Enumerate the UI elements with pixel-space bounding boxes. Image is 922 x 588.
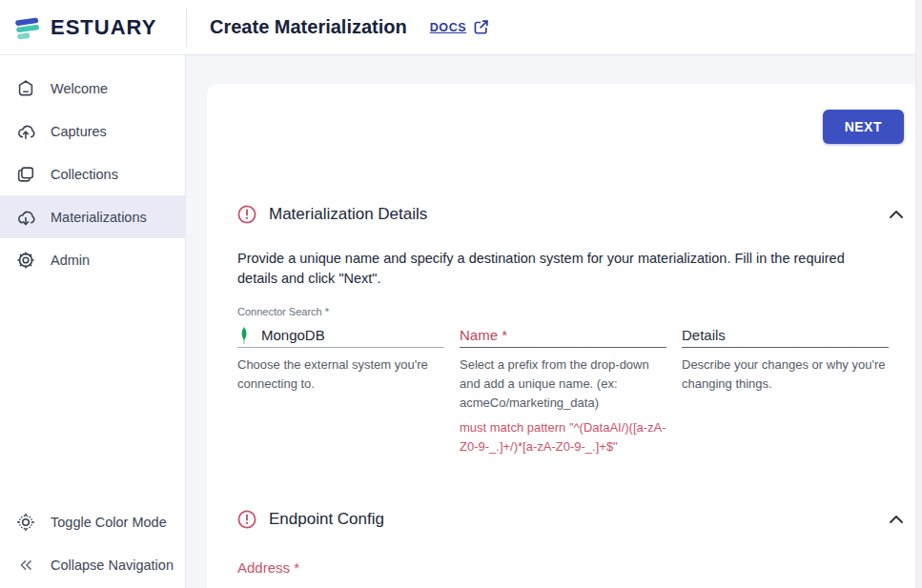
collapse-chevrons-icon — [14, 554, 37, 577]
connector-search-helper: Choose the external system you're connec… — [237, 355, 444, 394]
materialization-details-form: Connector Search * MongoDB Choose the ex… — [237, 306, 904, 456]
section-description: Provide a unique name and specify a dest… — [237, 249, 869, 289]
section-title: Endpoint Config — [269, 510, 384, 529]
page-title: Create Materialization — [210, 16, 407, 38]
connector-search-input[interactable]: MongoDB — [237, 323, 444, 348]
collapse-navigation-label: Collapse Navigation — [51, 558, 174, 573]
docs-link-label: DOCS — [430, 21, 467, 34]
sidebar-item-label: Collections — [51, 167, 118, 182]
address-label: Address * — [237, 559, 904, 576]
connector-search-value: MongoDB — [261, 327, 325, 343]
name-field: Name * Select a prefix from the drop-dow… — [460, 306, 666, 456]
details-label: Details — [682, 327, 726, 343]
sidebar-item-materializations[interactable]: Materializations — [0, 195, 185, 238]
name-input[interactable]: Name * — [460, 323, 666, 348]
chevron-up-icon[interactable] — [889, 210, 904, 219]
sidebar-item-admin[interactable]: Admin — [0, 238, 185, 281]
connector-search-field: Connector Search * MongoDB Choose the ex… — [237, 306, 444, 456]
mongodb-leaf-icon — [237, 326, 251, 345]
main-area: NEXT Materialization Details — [186, 55, 922, 588]
top-bar: ESTUARY Create Materialization DOCS — [0, 0, 922, 55]
sidebar-item-label: Captures — [51, 124, 107, 139]
connector-search-label: Connector Search * — [237, 306, 444, 319]
next-button[interactable]: NEXT — [823, 110, 904, 144]
gear-icon — [14, 249, 37, 272]
sidebar-item-captures[interactable]: Captures — [0, 110, 185, 152]
sidebar-item-label: Materializations — [51, 210, 147, 225]
cloud-upload-icon — [14, 120, 37, 143]
sidebar-nav: Welcome Captures — [0, 67, 185, 281]
materialization-details-section-header[interactable]: Materialization Details — [237, 205, 904, 224]
header-divider — [186, 9, 187, 47]
endpoint-config-section-header[interactable]: Endpoint Config — [237, 510, 904, 529]
sidebar-footer: Toggle Color Mode Collapse Navigation — [0, 500, 185, 586]
error-icon — [237, 205, 256, 224]
details-helper: Describe your changes or why you're chan… — [682, 355, 889, 394]
name-label: Name * — [460, 327, 507, 343]
collapse-navigation-button[interactable]: Collapse Navigation — [0, 543, 185, 586]
details-field: Details Describe your changes or why you… — [682, 306, 889, 456]
toggle-color-mode-button[interactable]: Toggle Color Mode — [0, 500, 185, 543]
docs-link[interactable]: DOCS — [430, 19, 490, 35]
estuary-logo[interactable]: ESTUARY — [0, 12, 186, 43]
sidebar-item-label: Welcome — [51, 81, 108, 96]
collections-icon — [14, 163, 37, 186]
app-window: ESTUARY Create Materialization DOCS — [0, 0, 922, 588]
section-title: Materialization Details — [269, 205, 427, 224]
sidebar-item-label: Admin — [51, 253, 90, 268]
name-error-text: must match pattern "^(DataAI/)([a-zA-Z0-… — [460, 418, 666, 456]
sidebar: Welcome Captures — [0, 55, 186, 588]
sidebar-item-welcome[interactable]: Welcome — [0, 67, 185, 110]
external-link-icon — [473, 19, 489, 35]
home-icon — [14, 77, 37, 100]
create-materialization-card: NEXT Materialization Details — [207, 84, 915, 588]
brand-wordmark: ESTUARY — [51, 15, 156, 40]
toggle-color-mode-label: Toggle Color Mode — [51, 515, 167, 530]
estuary-logo-icon — [12, 12, 43, 43]
chevron-up-icon[interactable] — [889, 515, 904, 524]
details-input[interactable]: Details — [682, 323, 889, 348]
page-scrollbar[interactable] — [915, 0, 922, 588]
error-icon — [237, 510, 256, 529]
sidebar-item-collections[interactable]: Collections — [0, 152, 185, 195]
name-helper: Select a prefix from the drop-down and a… — [460, 355, 666, 413]
sun-icon — [14, 511, 37, 534]
cloud-download-icon — [14, 206, 37, 229]
